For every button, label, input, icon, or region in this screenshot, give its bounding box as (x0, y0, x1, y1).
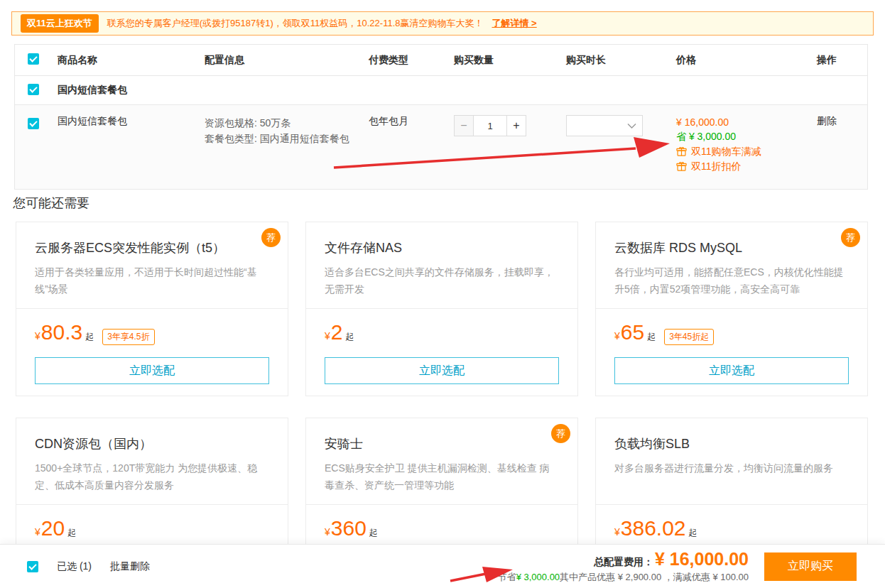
chevron-down-icon (627, 123, 636, 129)
cart-table: 商品名称 配置信息 付费类型 购买数量 购买时长 价格 操作 国内短信套餐包 国… (14, 44, 868, 190)
currency-symbol: ¥ (35, 330, 40, 342)
cart-item-row: 国内短信套餐包 资源包规格: 50万条 套餐包类型: 国内通用短信套餐包 包年包… (15, 105, 867, 189)
currency-symbol: ¥ (35, 526, 40, 538)
total-label: 总配置费用： (594, 556, 653, 569)
card-desc: 适用于各类轻量应用，不适用于长时间超过性能“基线”场景 (35, 263, 269, 298)
recommend-heading: 您可能还需要 (13, 195, 89, 212)
card-price: 80.3 (41, 322, 82, 343)
delete-item-link[interactable]: 删除 (817, 115, 837, 126)
card-title: 负载均衡SLB (614, 435, 849, 452)
group-row: 国内短信套餐包 (15, 76, 867, 105)
quantity-plus-button[interactable]: + (506, 115, 526, 136)
promo-text: 联系您的专属客户经理(或拨打95187转1)，领取双11权益码，10.22-11… (107, 17, 484, 30)
promo-details-link[interactable]: 了解详情 > (492, 17, 536, 30)
select-all-checkbox[interactable] (28, 53, 39, 65)
header-duration: 购买时长 (566, 54, 676, 67)
discount-tag: 3年45折起 (664, 329, 714, 345)
checkout-bar: 已选 (1) 批量删除 总配置费用： ¥ 16,000.00 节省¥ 3,000… (0, 544, 885, 588)
card-price: 65 (621, 322, 644, 343)
card-price: 20 (41, 518, 65, 539)
promo-cart-discount-label: 双11购物车满减 (691, 144, 761, 158)
recommended-badge: 荐 (841, 228, 860, 247)
savings-line: 节省¥ 3,000.00其中产品优惠 ¥ 2,900.00 ，满减优惠 ¥ 10… (498, 571, 749, 584)
recommend-card-rds-mysql: 荐 云数据库 RDS MySQL 各行业均可适用，能搭配任意ECS，内核优化性能… (595, 222, 868, 396)
item-saving: 省 ¥ 3,000.00 (676, 129, 817, 143)
header-config: 配置信息 (205, 54, 369, 67)
batch-delete-link[interactable]: 批量删除 (110, 560, 150, 573)
recommend-card-ecs-t5: 荐 云服务器ECS突发性能实例（t5） 适用于各类轻量应用，不适用于长时间超过性… (16, 222, 288, 396)
price-suffix: 起 (67, 527, 76, 539)
item-name: 国内短信套餐包 (58, 115, 205, 128)
price-suffix: 起 (369, 527, 378, 539)
card-price: 2 (331, 322, 343, 343)
quantity-minus-button[interactable]: − (454, 115, 474, 136)
item-config-spec: 资源包规格: 50万条 (205, 115, 369, 131)
promo-double11-price: 双11折扣价 (676, 159, 817, 173)
promo-cart-discount: 双11购物车满减 (676, 144, 817, 158)
header-action: 操作 (817, 54, 867, 67)
card-title: CDN资源包（国内） (35, 435, 269, 452)
duration-select[interactable] (566, 115, 643, 136)
card-price: 386.02 (621, 518, 686, 539)
header-pay-type: 付费类型 (369, 54, 454, 67)
price-suffix: 起 (345, 331, 354, 343)
currency-symbol: ¥ (325, 526, 330, 538)
group-label: 国内短信套餐包 (58, 84, 205, 97)
price-suffix: 起 (689, 527, 697, 539)
discount-tag: 3年享4.5折 (102, 329, 154, 345)
quantity-input[interactable] (474, 115, 506, 136)
card-title: 云服务器ECS突发性能实例（t5） (35, 239, 269, 256)
recommend-card-nas: 文件存储NAS 适合多台ECS之间共享的文件存储服务，挂载即享，无需开发 ¥ 2… (305, 222, 578, 396)
footer-select-checkbox[interactable] (27, 561, 38, 572)
save-amount: ¥ 3,000.00 (516, 572, 560, 582)
item-pay-type: 包年包月 (369, 115, 454, 128)
promo-double11-price-label: 双11折扣价 (691, 159, 742, 173)
item-checkbox[interactable] (28, 118, 39, 129)
group-checkbox[interactable] (28, 84, 39, 95)
quantity-stepper: − + (454, 115, 566, 136)
promo-banner: 双11云上狂欢节 联系您的专属客户经理(或拨打95187转1)，领取双11权益码… (11, 11, 874, 36)
buy-now-button[interactable]: 立即购买 (764, 552, 857, 581)
recommended-badge: 荐 (261, 228, 281, 247)
currency-symbol: ¥ (614, 526, 620, 538)
header-price: 价格 (676, 54, 817, 67)
gift-icon (676, 161, 687, 172)
currency-symbol: ¥ (325, 330, 330, 342)
card-title: 云数据库 RDS MySQL (614, 239, 849, 256)
recommend-grid: 荐 云服务器ECS突发性能实例（t5） 适用于各类轻量应用，不适用于长时间超过性… (16, 222, 868, 588)
promo-badge: 双11云上狂欢节 (21, 14, 99, 33)
item-config-type: 套餐包类型: 国内通用短信套餐包 (205, 131, 369, 146)
gift-icon (676, 146, 687, 157)
selected-count: 已选 (1) (57, 560, 92, 573)
total-amount: ¥ 16,000.00 (655, 549, 749, 570)
save-label: 节省 (498, 572, 516, 582)
card-title: 文件存储NAS (325, 239, 559, 256)
item-price: ¥ 16,000.00 (676, 115, 817, 129)
card-desc: 各行业均可适用，能搭配任意ECS，内核优化性能提升5倍，内置52项管理功能，高安… (614, 263, 849, 298)
card-desc: 对多台服务器进行流量分发，均衡访问流量的服务 (614, 459, 849, 477)
configure-now-button[interactable]: 立即选配 (35, 357, 269, 384)
header-quantity: 购买数量 (454, 54, 566, 67)
card-desc: 1500+全球节点，120T带宽能力 为您提供极速、稳定、低成本高质量内容分发服… (35, 459, 269, 494)
configure-now-button[interactable]: 立即选配 (325, 357, 559, 384)
price-suffix: 起 (647, 331, 656, 343)
card-desc: 适合多台ECS之间共享的文件存储服务，挂载即享，无需开发 (325, 263, 559, 298)
save-detail: 其中产品优惠 ¥ 2,900.00 ，满减优惠 ¥ 100.00 (560, 572, 749, 582)
card-desc: ECS贴身安全护卫 提供主机漏洞检测、基线检查 病毒查杀、资产统一管理等功能 (325, 459, 559, 494)
cart-page: 双11云上狂欢节 联系您的专属客户经理(或拨打95187转1)，领取双11权益码… (0, 0, 885, 588)
recommended-badge: 荐 (551, 424, 570, 443)
card-price: 360 (331, 518, 367, 539)
configure-now-button[interactable]: 立即选配 (614, 357, 849, 384)
table-header-row: 商品名称 配置信息 付费类型 购买数量 购买时长 价格 操作 (15, 45, 867, 76)
price-suffix: 起 (85, 331, 94, 343)
card-title: 安骑士 (325, 435, 559, 452)
currency-symbol: ¥ (614, 330, 620, 342)
header-product-name: 商品名称 (58, 54, 205, 67)
